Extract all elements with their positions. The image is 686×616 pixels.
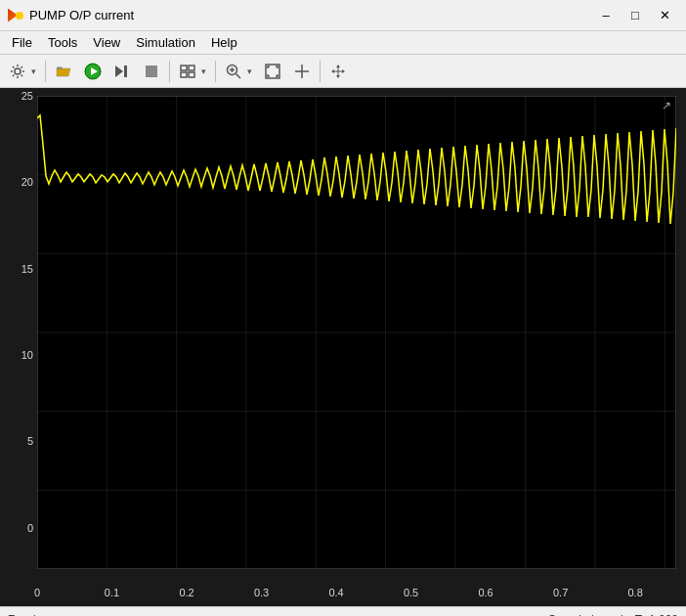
y-label-25: 25 (0, 90, 33, 102)
layout-button[interactable] (174, 59, 201, 84)
time-label: T=1.000 (635, 613, 678, 617)
x-label-04: 0.4 (328, 587, 343, 598)
zoom-group: ▾ (220, 59, 257, 84)
y-label-20: 20 (0, 176, 33, 188)
pan-button[interactable] (324, 59, 352, 84)
fit-button[interactable] (259, 59, 286, 84)
y-label-5: 5 (0, 435, 33, 447)
x-label-02: 0.2 (179, 587, 193, 598)
settings-group: ▾ (4, 59, 41, 84)
svg-rect-11 (189, 72, 194, 77)
pan-group (324, 59, 352, 84)
datacursor-button[interactable] (288, 59, 316, 84)
toolbar: ▾ (0, 55, 686, 88)
plot-svg (37, 96, 676, 569)
y-label-15: 15 (0, 263, 33, 275)
maximize-button[interactable]: □ (622, 5, 649, 26)
svg-rect-6 (124, 66, 127, 77)
open-icon (56, 65, 71, 78)
close-button[interactable]: ✕ (651, 5, 678, 26)
pan-icon (330, 64, 346, 79)
sample-based-label: Sample based (548, 613, 623, 617)
zoom-dropdown-arrow[interactable]: ▾ (247, 66, 257, 76)
minimize-button[interactable]: – (592, 5, 620, 26)
menu-help[interactable]: Help (203, 33, 245, 52)
menu-simulation[interactable]: Simulation (128, 33, 203, 52)
y-label-10: 10 (0, 349, 33, 361)
x-label-03: 0.3 (254, 587, 269, 598)
waveform (37, 115, 676, 225)
statusbar: Ready Sample based T=1.000 (0, 606, 686, 616)
status-right: Sample based T=1.000 (548, 613, 678, 617)
svg-rect-8 (181, 66, 187, 70)
run-button[interactable] (79, 59, 107, 84)
plot-container: 25 20 15 10 5 0 0 0.1 0.2 0.3 0.4 0.5 0.… (0, 88, 686, 606)
gear-icon (10, 64, 25, 79)
svg-rect-9 (189, 66, 194, 70)
window-controls: – □ ✕ (592, 5, 678, 26)
x-label-06: 0.6 (478, 587, 493, 598)
toolbar-separator-2 (169, 61, 170, 82)
window-title: PUMP O/P current (29, 8, 134, 22)
axes-area: ↗ (37, 96, 676, 569)
x-label-07: 0.7 (553, 587, 568, 598)
zoom-button[interactable] (220, 59, 247, 84)
run-icon (84, 63, 102, 80)
svg-rect-7 (146, 66, 157, 77)
svg-marker-5 (115, 66, 123, 77)
y-label-0: 0 (0, 522, 33, 534)
settings-button[interactable] (4, 59, 31, 84)
x-label-08: 0.8 (627, 587, 642, 598)
x-label-01: 0.1 (105, 587, 119, 598)
svg-line-13 (236, 73, 241, 78)
titlebar: PUMP O/P current – □ ✕ (0, 0, 686, 31)
toolbar-separator-1 (45, 61, 46, 82)
menu-file[interactable]: File (4, 33, 40, 52)
stop-button[interactable] (138, 59, 165, 84)
svg-rect-2 (57, 66, 62, 69)
x-label-0: 0 (34, 587, 40, 598)
menu-view[interactable]: View (85, 33, 128, 52)
open-button[interactable] (50, 59, 77, 84)
stop-icon (145, 65, 158, 78)
x-label-05: 0.5 (404, 587, 418, 598)
app-icon (8, 8, 23, 23)
menubar: File Tools View Simulation Help (0, 31, 686, 55)
step-forward-button[interactable] (108, 59, 136, 84)
settings-dropdown-arrow[interactable]: ▾ (31, 66, 41, 76)
toolbar-separator-3 (215, 61, 216, 82)
toolbar-separator-4 (320, 61, 321, 82)
layout-dropdown-arrow[interactable]: ▾ (201, 66, 211, 76)
fit-icon (265, 64, 280, 79)
crosshair-icon (294, 64, 310, 79)
zoom-icon (226, 64, 241, 79)
layout-group: ▾ (174, 59, 211, 84)
menu-tools[interactable]: Tools (40, 33, 85, 52)
step-forward-icon (114, 65, 130, 78)
svg-rect-10 (181, 72, 187, 77)
svg-point-0 (15, 68, 21, 74)
layout-icon (180, 65, 195, 78)
status-ready: Ready (8, 613, 42, 617)
